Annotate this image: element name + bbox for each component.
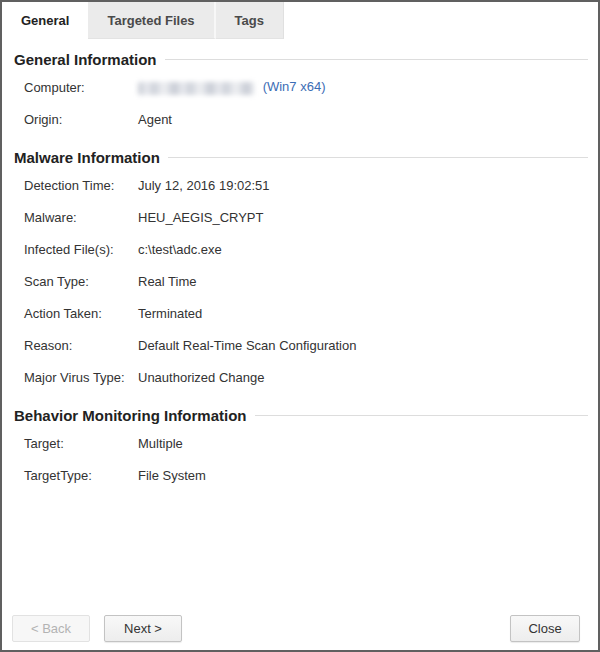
field-value: Terminated xyxy=(138,306,202,321)
section-title-text: Behavior Monitoring Information xyxy=(14,407,247,424)
section-rule xyxy=(168,157,588,158)
field-label: Action Taken: xyxy=(24,306,138,321)
section-title-behavior-monitoring: Behavior Monitoring Information xyxy=(14,407,588,424)
section-rule xyxy=(165,59,588,60)
back-button[interactable]: < Back xyxy=(12,615,90,642)
tab-panel-general: General Information Computer: (Win7 x64)… xyxy=(2,39,598,491)
field-value: c:\test\adc.exe xyxy=(138,242,222,257)
field-value: July 12, 2016 19:02:51 xyxy=(138,178,270,193)
field-value: (Win7 x64) xyxy=(138,79,325,94)
field-label: TargetType: xyxy=(24,468,138,483)
tab-general[interactable]: General xyxy=(2,2,88,39)
section-title-text: General Information xyxy=(14,51,157,68)
next-button[interactable]: Next > xyxy=(104,615,182,642)
field-value: Unauthorized Change xyxy=(138,370,264,385)
field-label: Target: xyxy=(24,436,138,451)
section-rule xyxy=(255,415,589,416)
field-label: Computer: xyxy=(24,80,138,95)
row-action-taken: Action Taken: Terminated xyxy=(12,297,588,329)
row-scan-type: Scan Type: Real Time xyxy=(12,265,588,297)
tab-tags[interactable]: Tags xyxy=(216,2,284,39)
row-reason: Reason: Default Real-Time Scan Configura… xyxy=(12,329,588,361)
section-title-malware-information: Malware Information xyxy=(14,149,588,166)
field-value: Real Time xyxy=(138,274,197,289)
row-detection-time: Detection Time: July 12, 2016 19:02:51 xyxy=(12,169,588,201)
field-value: Agent xyxy=(138,112,172,127)
tab-targeted-files[interactable]: Targeted Files xyxy=(88,2,215,39)
tab-bar: General Targeted Files Tags xyxy=(2,2,598,39)
computer-name-redacted xyxy=(138,82,254,95)
row-target: Target: Multiple xyxy=(12,427,588,459)
reason-configuration-link[interactable]: Default Real-Time Scan Configuration xyxy=(138,338,356,353)
field-value: Multiple xyxy=(138,436,183,451)
row-major-virus-type: Major Virus Type: Unauthorized Change xyxy=(12,361,588,393)
row-malware: Malware: HEU_AEGIS_CRYPT xyxy=(12,201,588,233)
field-label: Infected File(s): xyxy=(24,242,138,257)
close-button[interactable]: Close xyxy=(510,615,580,642)
section-title-text: Malware Information xyxy=(14,149,160,166)
field-label: Major Virus Type: xyxy=(24,370,138,385)
row-computer: Computer: (Win7 x64) xyxy=(12,71,588,103)
field-label: Reason: xyxy=(24,338,138,353)
field-label: Origin: xyxy=(24,112,138,127)
field-value: HEU_AEGIS_CRYPT xyxy=(138,210,263,225)
field-label: Malware: xyxy=(24,210,138,225)
field-label: Scan Type: xyxy=(24,274,138,289)
win7-x64-link[interactable]: (Win7 x64) xyxy=(263,79,326,94)
field-value: File System xyxy=(138,468,206,483)
dialog-footer: < Back Next > Close xyxy=(2,615,598,642)
section-title-general-information: General Information xyxy=(14,51,588,68)
field-label: Detection Time: xyxy=(24,178,138,193)
malware-detail-dialog: General Targeted Files Tags General Info… xyxy=(0,0,600,652)
row-origin: Origin: Agent xyxy=(12,103,588,135)
row-infected-files: Infected File(s): c:\test\adc.exe xyxy=(12,233,588,265)
row-target-type: TargetType: File System xyxy=(12,459,588,491)
